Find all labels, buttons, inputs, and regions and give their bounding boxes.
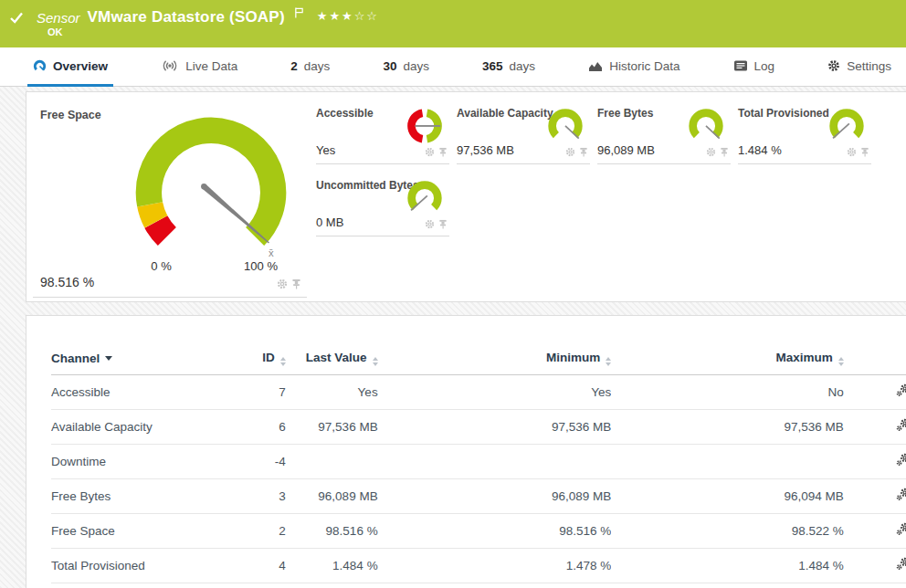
accessible-gauge-dial xyxy=(404,105,446,145)
object-kind-label: Sensor xyxy=(37,10,80,26)
channel-maximum: No xyxy=(611,375,844,410)
gauge-value: 97,536 MB xyxy=(457,143,514,157)
gear-icon[interactable] xyxy=(425,144,435,161)
free-bytes-gauge-dial xyxy=(685,105,727,145)
average-marker: x̄ xyxy=(269,247,274,258)
channel-last-value: 0 MB xyxy=(286,583,378,588)
channel-maximum: 1.484 % xyxy=(611,549,844,583)
channel-settings-icon[interactable] xyxy=(896,488,906,504)
channel-maximum: 97,536 MB xyxy=(611,410,844,445)
sort-icon xyxy=(606,357,611,366)
channel-last-value xyxy=(286,445,378,479)
tab-label: Historic Data xyxy=(609,59,680,73)
tab-overview[interactable]: Overview xyxy=(27,47,113,87)
pin-icon[interactable] xyxy=(438,216,448,233)
gauge-total-provisioned: Total Provisioned 1.484 % xyxy=(738,98,871,164)
gauge-accessible: Accessible Yes xyxy=(316,98,449,164)
channel-settings-icon[interactable] xyxy=(896,557,906,573)
channel-id: 5 xyxy=(245,583,285,588)
total-provisioned-gauge-dial xyxy=(826,105,868,145)
channel-name: Available Capacity xyxy=(51,410,245,445)
tab-log[interactable]: Log xyxy=(728,47,781,87)
gear-icon[interactable] xyxy=(425,216,435,233)
channel-last-value: 1.484 % xyxy=(286,549,378,583)
tab-30-days[interactable]: 30 days xyxy=(377,47,435,87)
sort-icon xyxy=(838,357,844,366)
channel-settings-icon[interactable] xyxy=(896,418,906,435)
gauge-label: Accessible xyxy=(316,107,374,120)
gauge-value: 1.484 % xyxy=(738,143,782,157)
tab-bar: Overview Live Data 2 days 30 days 365 da… xyxy=(0,47,906,87)
gauge-available-capacity: Available Capacity 97,536 MB xyxy=(457,98,590,164)
channel-last-value: 98.516 % xyxy=(286,514,378,549)
gauges-panel: Free Space x̄ 0 % 100 % 98.516 % Accessi… xyxy=(26,91,906,302)
table-row: Total Provisioned 4 1.484 % 1.478 % 1.48… xyxy=(51,549,906,583)
gauge-value: 98.516 % xyxy=(40,275,94,289)
table-header-row: Channel ID Last Value Minimum Maximum xyxy=(51,343,906,375)
channels-table: Channel ID Last Value Minimum Maximum Ac… xyxy=(51,343,906,588)
column-header-id[interactable]: ID xyxy=(245,343,285,375)
channel-maximum xyxy=(611,445,844,479)
priority-stars[interactable]: ★★★☆☆ xyxy=(317,9,379,23)
column-header-maximum[interactable]: Maximum xyxy=(611,343,844,375)
tab-live-data[interactable]: Live Data xyxy=(155,47,243,87)
channel-maximum: 96,094 MB xyxy=(611,479,844,514)
pin-icon[interactable] xyxy=(438,144,448,161)
channel-minimum: 1.478 % xyxy=(378,549,612,583)
tab-settings[interactable]: Settings xyxy=(822,47,897,87)
column-label: Minimum xyxy=(546,351,600,364)
sort-icon xyxy=(373,357,378,366)
gauge-uncommitted-bytes: Uncommitted Bytes 0 MB xyxy=(316,170,449,236)
channel-settings-icon[interactable] xyxy=(896,383,906,400)
log-list-icon xyxy=(733,59,748,72)
pin-icon[interactable] xyxy=(720,144,729,161)
channel-last-value: 96,089 MB xyxy=(286,479,378,514)
pin-icon[interactable] xyxy=(291,277,301,293)
table-row: Free Bytes 3 96,089 MB 96,089 MB 96,094 … xyxy=(51,479,906,514)
channel-name: Free Space xyxy=(51,514,245,549)
column-header-minimum[interactable]: Minimum xyxy=(378,343,612,375)
table-row: Accessible 7 Yes Yes No xyxy=(51,375,906,410)
pin-icon[interactable] xyxy=(579,144,588,161)
channel-last-value: 97,536 MB xyxy=(286,410,378,445)
tab-365-days[interactable]: 365 days xyxy=(477,47,541,87)
pin-icon[interactable] xyxy=(860,144,869,161)
tab-label: Settings xyxy=(847,59,891,73)
channel-id: 4 xyxy=(245,549,285,583)
gauge-value: Yes xyxy=(316,143,335,157)
channel-minimum: 97,536 MB xyxy=(378,410,612,445)
column-header-last-value[interactable]: Last Value xyxy=(286,343,378,375)
channel-minimum: Yes xyxy=(378,375,612,410)
gauge-label: Total Provisioned xyxy=(738,107,829,120)
channel-maximum: 98.522 % xyxy=(611,514,844,549)
tab-historic-data[interactable]: Historic Data xyxy=(583,47,685,87)
gear-icon[interactable] xyxy=(277,277,288,293)
broadcast-icon xyxy=(161,58,179,73)
favorite-flag-icon[interactable] xyxy=(294,6,304,23)
table-row: Downtime -4 xyxy=(51,445,906,479)
column-header-channel[interactable]: Channel xyxy=(51,343,245,375)
page-title: VMware Datastore (SOAP) xyxy=(88,8,285,26)
channel-minimum xyxy=(378,445,612,479)
tab-number: 365 xyxy=(482,59,503,73)
channel-maximum: 0 MB xyxy=(611,583,844,588)
gear-icon[interactable] xyxy=(847,144,857,161)
column-label: Maximum xyxy=(776,351,833,364)
channel-name: Accessible xyxy=(51,375,245,410)
gauge-free-space: Free Space x̄ 0 % 100 % 98.516 % xyxy=(33,98,307,298)
gear-icon[interactable] xyxy=(706,144,716,161)
tab-number: 2 xyxy=(290,59,298,73)
tab-label: Live Data xyxy=(185,59,237,73)
tab-label: days xyxy=(304,59,331,73)
channel-id: -4 xyxy=(245,445,285,479)
gear-icon[interactable] xyxy=(565,144,575,161)
channel-last-value: Yes xyxy=(286,375,378,410)
channel-settings-icon[interactable] xyxy=(896,453,906,469)
gauge-label: Free Bytes xyxy=(597,107,653,120)
gauge-value: 96,089 MB xyxy=(597,143,655,157)
status-badge: OK xyxy=(47,26,63,37)
tab-2-days[interactable]: 2 days xyxy=(285,47,335,87)
channel-settings-icon[interactable] xyxy=(896,522,906,539)
channel-id: 2 xyxy=(245,514,285,549)
sort-desc-icon xyxy=(105,356,112,361)
